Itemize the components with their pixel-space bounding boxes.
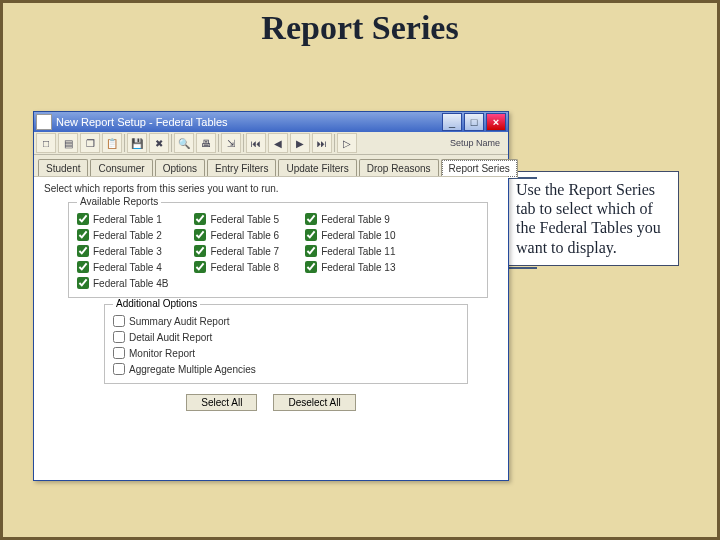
chk-label: Federal Table 10 [321,230,395,241]
next-icon[interactable]: ▶ [290,133,310,153]
report-setup-window: New Report Setup - Federal Tables _ □ × … [33,111,509,481]
chk-detail-audit[interactable]: Detail Audit Report [113,331,459,343]
maximize-button[interactable]: □ [464,113,484,131]
prev-icon[interactable]: ◀ [268,133,288,153]
paste-icon[interactable]: 📋 [102,133,122,153]
chk-federal-table-5[interactable]: Federal Table 5 [194,213,279,225]
tab-panel-report-series: Select which reports from this series yo… [34,176,508,480]
deselect-all-button[interactable]: Deselect All [273,394,355,411]
delete-icon[interactable]: ✖ [149,133,169,153]
tab-student[interactable]: Student [38,159,88,177]
chk-federal-table-13[interactable]: Federal Table 13 [305,261,395,273]
chk-aggregate-agencies[interactable]: Aggregate Multiple Agencies [113,363,459,375]
additional-options-legend: Additional Options [113,298,200,309]
chk-federal-table-10[interactable]: Federal Table 10 [305,229,395,241]
chk-federal-table-2[interactable]: Federal Table 2 [77,229,168,241]
chk-label: Monitor Report [129,348,195,359]
window-titlebar: New Report Setup - Federal Tables _ □ × [34,112,508,132]
export-icon[interactable]: ⇲ [221,133,241,153]
chk-label: Aggregate Multiple Agencies [129,364,256,375]
chk-label: Federal Table 2 [93,230,162,241]
tab-drop-reasons[interactable]: Drop Reasons [359,159,439,177]
tab-strip: Student Consumer Options Entry Filters U… [34,155,508,178]
close-button[interactable]: × [486,113,506,131]
tab-options[interactable]: Options [155,159,205,177]
chk-label: Federal Table 8 [210,262,279,273]
chk-label: Federal Table 1 [93,214,162,225]
tab-consumer[interactable]: Consumer [90,159,152,177]
open-icon[interactable]: ▤ [58,133,78,153]
run-icon[interactable]: ▷ [337,133,357,153]
chk-federal-table-9[interactable]: Federal Table 9 [305,213,395,225]
chk-federal-table-6[interactable]: Federal Table 6 [194,229,279,241]
chk-label: Federal Table 6 [210,230,279,241]
chk-label: Summary Audit Report [129,316,230,327]
chk-monitor-report[interactable]: Monitor Report [113,347,459,359]
window-title: New Report Setup - Federal Tables [56,116,440,128]
save-icon[interactable]: 💾 [127,133,147,153]
copy-icon[interactable]: ❐ [80,133,100,153]
chk-federal-table-7[interactable]: Federal Table 7 [194,245,279,257]
toolbar-separator [171,134,172,152]
preview-icon[interactable]: 🔍 [174,133,194,153]
chk-summary-audit[interactable]: Summary Audit Report [113,315,459,327]
toolbar-separator [243,134,244,152]
available-reports-legend: Available Reports [77,196,161,207]
select-all-button[interactable]: Select All [186,394,257,411]
report-icon [36,114,52,130]
available-reports-group: Available Reports Federal Table 1 Federa… [68,202,488,298]
last-icon[interactable]: ⏭ [312,133,332,153]
chk-label: Federal Table 5 [210,214,279,225]
chk-federal-table-8[interactable]: Federal Table 8 [194,261,279,273]
chk-label: Federal Table 13 [321,262,395,273]
new-icon[interactable]: □ [36,133,56,153]
chk-federal-table-4b[interactable]: Federal Table 4B [77,277,168,289]
chk-label: Federal Table 9 [321,214,390,225]
button-row: Select All Deselect All [44,394,498,411]
chk-label: Federal Table 11 [321,246,395,257]
toolbar-separator [124,134,125,152]
chk-federal-table-11[interactable]: Federal Table 11 [305,245,395,257]
chk-label: Federal Table 7 [210,246,279,257]
chk-federal-table-3[interactable]: Federal Table 3 [77,245,168,257]
chk-label: Federal Table 4 [93,262,162,273]
first-icon[interactable]: ⏮ [246,133,266,153]
print-icon[interactable]: 🖶 [196,133,216,153]
minimize-button[interactable]: _ [442,113,462,131]
tab-entry-filters[interactable]: Entry Filters [207,159,276,177]
setup-name-label: Setup Name [450,139,506,148]
chk-federal-table-4[interactable]: Federal Table 4 [77,261,168,273]
chk-label: Federal Table 3 [93,246,162,257]
instruction-text: Select which reports from this series yo… [44,183,498,194]
toolbar: □ ▤ ❐ 📋 💾 ✖ 🔍 🖶 ⇲ ⏮ ◀ ▶ ⏭ ▷ Setup Name [34,132,508,155]
chk-label: Federal Table 4B [93,278,168,289]
chk-federal-table-1[interactable]: Federal Table 1 [77,213,168,225]
slide-title: Report Series [3,9,717,47]
additional-options-group: Additional Options Summary Audit Report … [104,304,468,384]
toolbar-separator [218,134,219,152]
toolbar-separator [334,134,335,152]
slide: Report Series Use the Report Series tab … [0,0,720,540]
chk-label: Detail Audit Report [129,332,212,343]
callout-box: Use the Report Series tab to select whic… [505,171,679,266]
tab-update-filters[interactable]: Update Filters [278,159,356,177]
